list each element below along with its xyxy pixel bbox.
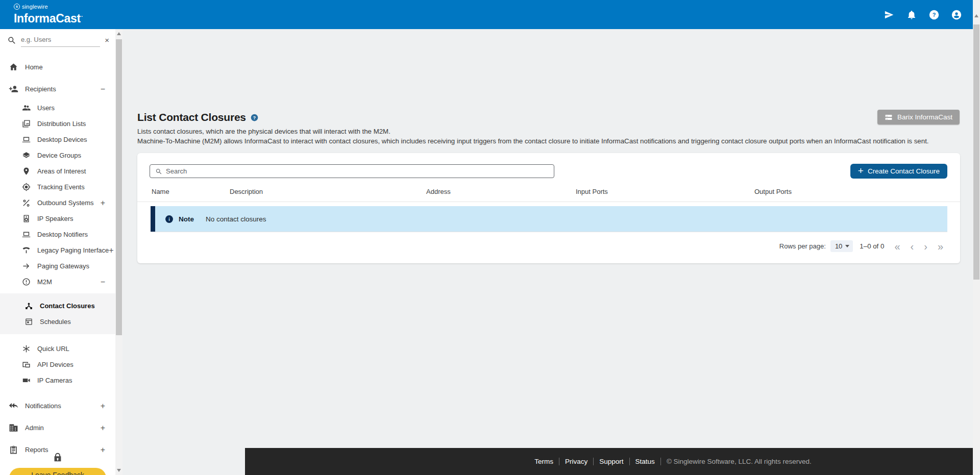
sidebar-item-ip-speakers[interactable]: IP Speakers bbox=[0, 211, 115, 227]
clear-search-icon[interactable]: × bbox=[105, 36, 109, 44]
prev-page-icon[interactable]: ‹ bbox=[909, 241, 916, 252]
sidebar-item-outbound-systems[interactable]: Outbound Systems + bbox=[0, 195, 115, 211]
table-search-box bbox=[150, 164, 554, 178]
sidebar-item-users[interactable]: Users bbox=[0, 100, 115, 116]
search-icon bbox=[155, 168, 162, 175]
sidebar-item-icon bbox=[9, 84, 18, 94]
sidebar-item-admin[interactable]: Admin + bbox=[0, 417, 115, 439]
page-header: List Contact Closures ? Lists contact cl… bbox=[137, 111, 973, 146]
sidebar-item-icon bbox=[22, 262, 31, 270]
sidebar-item-desktop-devices[interactable]: Desktop Devices bbox=[0, 132, 115, 147]
pagination-nav: «‹›» bbox=[893, 241, 945, 252]
app-logo[interactable]: s singlewire InformaCast· bbox=[14, 4, 83, 25]
sidebar-item-icon bbox=[24, 317, 33, 326]
sidebar-item-areas-of-interest[interactable]: Areas of Interest bbox=[0, 163, 115, 179]
first-page-icon[interactable]: « bbox=[893, 241, 901, 252]
scroll-up-icon[interactable] bbox=[974, 14, 978, 17]
top-bar: s singlewire InformaCast· ? bbox=[0, 0, 973, 29]
main-scrollbar-thumb[interactable] bbox=[973, 24, 979, 280]
expand-toggle-icon[interactable]: − bbox=[101, 278, 115, 287]
description-line-1: Lists contact closures, which are the ph… bbox=[137, 127, 960, 136]
help-icon[interactable]: ? bbox=[251, 114, 258, 121]
rows-per-page-select[interactable]: 10 bbox=[830, 240, 853, 252]
barix-button-label: Barix InformaCast bbox=[897, 113, 952, 121]
sidebar-item-schedules[interactable]: Schedules bbox=[0, 314, 115, 334]
table-header-row: NameDescriptionAddressInput PortsOutput … bbox=[137, 179, 960, 202]
sidebar-item-paging-gateways[interactable]: Paging Gateways bbox=[0, 258, 115, 274]
table-search-input[interactable] bbox=[166, 167, 549, 175]
footer-link[interactable]: Privacy bbox=[565, 458, 587, 465]
sidebar-search: × bbox=[0, 29, 115, 51]
sidebar-item-icon bbox=[22, 214, 31, 223]
last-page-icon[interactable]: » bbox=[936, 241, 945, 252]
note-text: No contact closures bbox=[206, 215, 266, 223]
sidebar-item-api-devices[interactable]: API Devices bbox=[0, 357, 115, 372]
sidebar-search-input[interactable] bbox=[21, 34, 100, 47]
main-content: Barix InformaCast List Contact Closures … bbox=[122, 29, 973, 475]
sidebar-scrollbar[interactable] bbox=[115, 29, 122, 475]
notifications-bell-icon[interactable] bbox=[906, 10, 917, 20]
svg-text:?: ? bbox=[253, 115, 256, 120]
lock-icon bbox=[0, 452, 115, 463]
sidebar-item-distribution-lists[interactable]: Distribution Lists bbox=[0, 116, 115, 132]
sidebar: × Home Recipients − Users Distribution L… bbox=[0, 29, 115, 475]
scroll-down-icon[interactable] bbox=[117, 469, 121, 472]
sidebar-scrollbar-thumb[interactable] bbox=[116, 39, 122, 335]
sidebar-item-label: Legacy Paging Interface bbox=[37, 246, 109, 254]
sidebar-item-label: Device Groups bbox=[37, 152, 81, 159]
footer-link[interactable]: Status bbox=[635, 458, 655, 465]
sidebar-item-notifications[interactable]: Notifications + bbox=[0, 395, 115, 417]
page-title: List Contact Closures bbox=[137, 111, 246, 123]
sidebar-item-label: Desktop Devices bbox=[37, 136, 87, 143]
sidebar-item-label: Areas of Interest bbox=[37, 167, 86, 175]
leave-feedback-button[interactable]: Leave Feedback bbox=[9, 468, 106, 475]
create-contact-closure-button[interactable]: + Create Contact Closure bbox=[850, 164, 947, 179]
sidebar-item-icon bbox=[9, 62, 18, 72]
footer-copyright: © Singlewire Software, LLC. All rights r… bbox=[667, 458, 812, 465]
sidebar-item-tracking-events[interactable]: Tracking Events bbox=[0, 179, 115, 195]
sidebar-item-recipients[interactable]: Recipients − bbox=[0, 78, 115, 100]
column-header[interactable]: Address bbox=[426, 188, 576, 195]
footer-link[interactable]: Support bbox=[599, 458, 623, 465]
column-header[interactable]: Input Ports bbox=[576, 188, 754, 195]
trademark-dot: · bbox=[81, 13, 83, 19]
expand-toggle-icon[interactable]: + bbox=[109, 246, 115, 255]
svg-text:?: ? bbox=[933, 12, 936, 18]
send-icon[interactable] bbox=[884, 10, 894, 20]
note-row-wrap: i Note No contact closures bbox=[151, 206, 947, 232]
sidebar-item-icon bbox=[22, 104, 31, 112]
sidebar-item-contact-closures[interactable]: Contact Closures bbox=[0, 293, 115, 314]
sidebar-item-label: IP Cameras bbox=[37, 377, 72, 384]
expand-toggle-icon[interactable]: − bbox=[101, 85, 115, 94]
topbar-icon-group: ? bbox=[884, 0, 962, 29]
plus-icon: + bbox=[858, 166, 864, 176]
main-scrollbar[interactable] bbox=[973, 0, 980, 475]
column-header[interactable]: Description bbox=[230, 188, 426, 195]
help-icon[interactable]: ? bbox=[929, 10, 939, 20]
sidebar-item-quick-url[interactable]: Quick URL bbox=[0, 341, 115, 357]
sidebar-item-m2m[interactable]: M2M − bbox=[0, 274, 115, 290]
sidebar-item-device-groups[interactable]: Device Groups bbox=[0, 147, 115, 163]
page-description: Lists contact closures, which are the ph… bbox=[137, 127, 960, 146]
expand-toggle-icon[interactable]: + bbox=[101, 198, 115, 208]
rows-per-page-label: Rows per page: bbox=[779, 242, 826, 250]
sidebar-item-ip-cameras[interactable]: IP Cameras bbox=[0, 372, 115, 388]
column-header[interactable]: Output Ports bbox=[754, 188, 947, 195]
sidebar-item-home[interactable]: Home bbox=[0, 56, 115, 78]
footer-link[interactable]: Terms bbox=[534, 458, 553, 465]
account-icon[interactable] bbox=[951, 10, 962, 20]
sidebar-item-label: Quick URL bbox=[37, 345, 69, 353]
sidebar-item-label: Paging Gateways bbox=[37, 262, 89, 270]
sidebar-item-desktop-notifiers[interactable]: Desktop Notifiers bbox=[0, 227, 115, 242]
expand-toggle-icon[interactable]: + bbox=[101, 423, 115, 433]
sidebar-item-label: Admin bbox=[25, 424, 44, 432]
sidebar-item-label: API Devices bbox=[37, 361, 74, 368]
scroll-up-icon[interactable] bbox=[117, 32, 121, 35]
sidebar-item-legacy-paging-interface[interactable]: Legacy Paging Interface + bbox=[0, 242, 115, 258]
barix-informacast-button[interactable]: Barix InformaCast bbox=[877, 110, 960, 124]
column-header[interactable]: Name bbox=[152, 188, 230, 195]
sidebar-item-icon bbox=[22, 344, 31, 353]
contact-closures-card: + Create Contact Closure NameDescription… bbox=[137, 153, 960, 263]
expand-toggle-icon[interactable]: + bbox=[101, 402, 115, 411]
next-page-icon[interactable]: › bbox=[922, 241, 929, 252]
